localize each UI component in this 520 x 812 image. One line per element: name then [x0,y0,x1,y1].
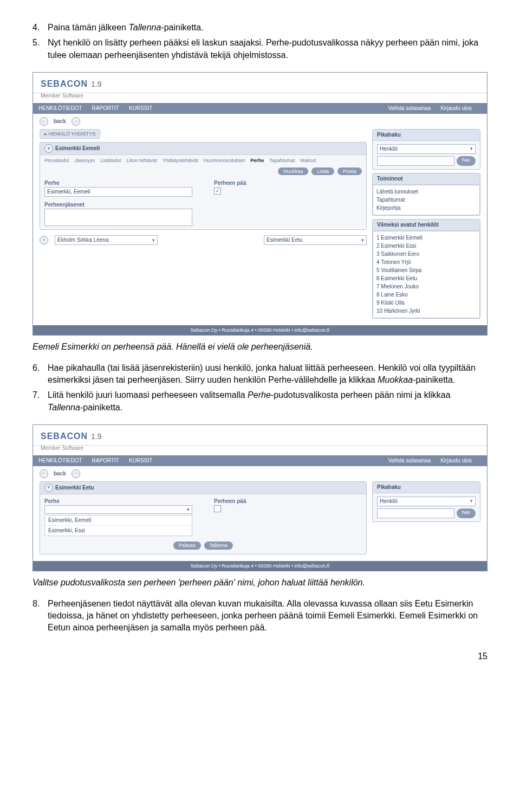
hae-button[interactable]: hae [457,156,476,166]
perheenjasenet-label: Perheenjäsenet [44,201,192,209]
bottom-select-2[interactable]: Esimerkki Eetu▾ [264,235,367,245]
step-8-text: Perheenjäsenen tiedot näyttävät alla ole… [48,598,487,634]
toim-tapahtumat[interactable]: Tapahtumat [376,196,476,204]
muokkaa-button[interactable]: Muokkaa [278,167,309,176]
breadcrumb: ▸ HENKILÖ YHDISTYS [40,129,100,139]
perheen-paa-checkbox[interactable]: ✓ [214,188,221,195]
nav-henkilotiedot[interactable]: HENKILÖTIEDOT [38,105,82,112]
caption-2: Valitse pudotusvalikosta sen perheen 'pe… [32,577,487,589]
app-footer: Sebacon Oy • Ruosilankuja 4 • 00390 Hels… [33,325,487,336]
ordered-steps-bottom: 8. Perheenjäsenen tiedot näyttävät alla … [32,598,487,634]
perhe-label: Perhe [44,179,192,187]
add-icon[interactable]: + [40,236,48,244]
expand-icon[interactable]: + [44,484,53,492]
ordered-steps-top: 4. Paina tämän jälkeen Tallenna-painiket… [32,22,487,61]
perhe-select[interactable]: ▾ [44,505,192,514]
perheenjasenet-box [44,209,192,226]
nav-kurssit[interactable]: KURSSIT [129,105,152,112]
forward-icon[interactable]: → [72,117,80,126]
viimeksi-header: Viimeksi avatut henkilöt [373,220,480,231]
page-number: 15 [32,650,487,662]
tabs-row: Perustiedot Jäsenyys Lisätiedot Liiton t… [40,155,366,166]
nav-kirjaudu-ulos[interactable]: Kirjaudu ulos [440,105,472,112]
tab-liiton[interactable]: Liiton tehtävät [127,157,157,164]
screenshot-1: SEBACON 1.9 Member Software HENKILÖTIEDO… [32,72,487,336]
toim-laheta[interactable]: Lähetä tunnukset [376,188,476,196]
expand-icon[interactable]: + [44,144,53,153]
top-navbar: HENKILÖTIEDOT RAPORTIT KURSSIT Vaihda sa… [33,455,487,466]
nav-vaihda-salasana[interactable]: Vaihda salasanaa [388,105,431,112]
step-5: 5. Nyt henkilö on lisätty perheen pääksi… [32,37,487,61]
tab-lisatiedot[interactable]: Lisätiedot [100,157,121,164]
forward-icon[interactable]: → [72,469,80,478]
perheen-paa-label: Perheen pää [214,179,362,187]
top-navbar: HENKILÖTIEDOT RAPORTIT KURSSIT Vaihda sa… [33,103,487,114]
lisaa-button[interactable]: Lisää [311,167,334,176]
palauta-button[interactable]: Palauta [173,542,201,550]
perheen-paa-checkbox[interactable] [214,505,221,512]
pikahaku-type[interactable]: Henkilö▾ [377,497,476,506]
person-title: Esimerkki Eetu [55,484,94,492]
caption-1: Eemeli Esimerkki on perheensä pää. Hänel… [32,341,487,353]
tallenna-button[interactable]: Tallenna [204,542,233,550]
pikahaku-input[interactable] [377,508,454,518]
tab-perustiedot[interactable]: Perustiedot [44,157,69,164]
tab-perhe[interactable]: Perhe [250,157,264,164]
pikahaku-input[interactable] [377,156,454,166]
recent-list: 1 Esimerkki Eemeli 2 Esimerkki Essi 3 Sa… [373,231,480,318]
back-label: back [54,118,66,125]
app-logo: SEBACON [41,78,88,90]
tab-yhdistys[interactable]: Yhdistystehtävät [162,157,198,164]
perhe-options: Esimerkki, Eemeli Esimerkki, Essi [44,515,192,536]
step-6: 6. Hae pikahaulla (tai lisää jäsenrekist… [32,362,487,386]
ordered-steps-mid: 6. Hae pikahaulla (tai lisää jäsenrekist… [32,362,487,414]
step-7-text: Liitä henkilö juuri luomaasi perheeseen … [48,389,487,414]
toim-kirjepohja[interactable]: Kirjepohja [376,204,476,212]
pikahaku-header: Pikahaku [373,130,480,141]
back-icon[interactable]: ← [40,469,48,478]
app-logo: SEBACON [41,430,88,442]
tab-huomio[interactable]: Huomionosoitukset [204,157,245,164]
tab-jasenyys[interactable]: Jäsenyys [75,157,95,164]
nav-raportit[interactable]: RAPORTIT [92,105,119,112]
tab-tapahtumat[interactable]: Tapahtumat [269,157,295,164]
toiminnot-header: Toiminnot [373,173,480,185]
step-8: 8. Perheenjäsenen tiedot näyttävät alla … [32,598,487,634]
tab-maksut[interactable]: Maksut [300,157,316,164]
person-title: Esimerkki Eemeli [55,145,100,152]
poista-button[interactable]: Poista [337,167,362,176]
step-6-text: Hae pikahaulla (tai lisää jäsenrekisteri… [48,362,487,386]
pikahaku-type[interactable]: Henkilö▾ [377,144,476,154]
back-icon[interactable]: ← [40,117,48,126]
step-7: 7. Liitä henkilö juuri luomaasi perheese… [32,389,487,414]
hae-button[interactable]: hae [457,508,476,518]
bottom-select-1[interactable]: Ekholm Sirkka Leena▾ [55,235,158,245]
perhe-value: Esimerkki, Eemeli [44,187,192,197]
screenshot-2: SEBACON 1.9 Member Software HENKILÖTIEDO… [32,424,487,571]
step-4: 4. Paina tämän jälkeen Tallenna-painiket… [32,22,487,34]
